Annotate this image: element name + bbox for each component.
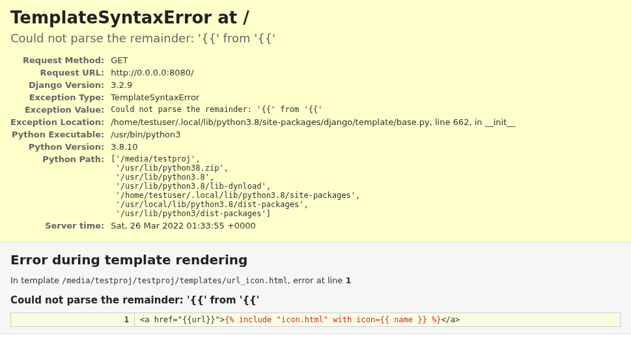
code-after: </a> xyxy=(441,315,460,324)
label-request-method: Request Method: xyxy=(10,54,111,66)
label-django-version: Django Version: xyxy=(10,79,111,91)
label-exception-type: Exception Type: xyxy=(10,91,111,104)
label-request-url: Request URL: xyxy=(10,66,111,79)
source-code: <a href="{{url}}">{% include "icon.html"… xyxy=(135,313,621,327)
intro-mid: , error at line xyxy=(288,275,346,285)
summary-panel: TemplateSyntaxError at / Could not parse… xyxy=(0,0,631,243)
row-exception-value: Exception Value: Could not parse the rem… xyxy=(10,104,515,116)
value-python-version: 3.8.10 xyxy=(111,141,515,153)
row-django-version: Django Version: 3.2.9 xyxy=(10,79,515,91)
row-request-method: Request Method: GET xyxy=(10,54,515,66)
value-exception-location: /home/testuser/.local/lib/python3.8/site… xyxy=(111,116,515,128)
row-exception-type: Exception Type: TemplateSyntaxError xyxy=(10,91,515,104)
value-exception-type: TemplateSyntaxError xyxy=(111,91,515,104)
row-python-version: Python Version: 3.8.10 xyxy=(10,141,515,153)
label-python-path: Python Path: xyxy=(10,153,111,219)
row-server-time: Server time: Sat, 26 Mar 2022 01:33:55 +… xyxy=(10,219,515,232)
row-python-executable: Python Executable: /usr/bin/python3 xyxy=(10,128,515,141)
error-line: 1 xyxy=(345,275,351,285)
meta-table: Request Method: GET Request URL: http://… xyxy=(10,54,515,232)
code-highlight: {% include "icon.html" with icon={{ name… xyxy=(225,315,441,324)
row-exception-location: Exception Location: /home/testuser/.loca… xyxy=(10,116,515,128)
value-request-url: http://0.0.0.0:8080/ xyxy=(111,66,515,79)
template-path: /media/testproj/testproj/templates/url_i… xyxy=(62,276,288,285)
template-heading: Error during template rendering xyxy=(10,252,621,268)
error-title: TemplateSyntaxError at / xyxy=(10,8,621,27)
label-python-version: Python Version: xyxy=(10,141,111,153)
label-python-executable: Python Executable: xyxy=(10,128,111,141)
label-exception-value: Exception Value: xyxy=(10,104,111,116)
error-subtitle: Could not parse the remainder: '{{' from… xyxy=(10,31,621,45)
template-error-title: Could not parse the remainder: '{{' from… xyxy=(10,294,621,306)
intro-prefix: In template xyxy=(10,275,62,285)
value-django-version: 3.2.9 xyxy=(111,79,515,91)
row-request-url: Request URL: http://0.0.0.0:8080/ xyxy=(10,66,515,79)
value-exception-value: Could not parse the remainder: '{{' from… xyxy=(111,105,515,114)
value-python-executable: /usr/bin/python3 xyxy=(111,128,515,141)
code-before: <a href="{{url}}"> xyxy=(140,315,225,324)
value-request-method: GET xyxy=(111,54,515,66)
template-error-panel: Error during template rendering In templ… xyxy=(0,243,631,334)
row-python-path: Python Path: ['/media/testproj', '/usr/l… xyxy=(10,153,515,219)
value-python-path: ['/media/testproj', '/usr/lib/python38.z… xyxy=(111,154,515,218)
label-exception-location: Exception Location: xyxy=(10,116,111,128)
template-intro: In template /media/testproj/testproj/tem… xyxy=(10,275,621,285)
label-server-time: Server time: xyxy=(10,219,111,232)
source-table: 1 <a href="{{url}}">{% include "icon.htm… xyxy=(10,313,621,327)
value-server-time: Sat, 26 Mar 2022 01:33:55 +0000 xyxy=(111,219,515,232)
source-lineno: 1 xyxy=(11,313,135,327)
source-row: 1 <a href="{{url}}">{% include "icon.htm… xyxy=(11,313,621,327)
